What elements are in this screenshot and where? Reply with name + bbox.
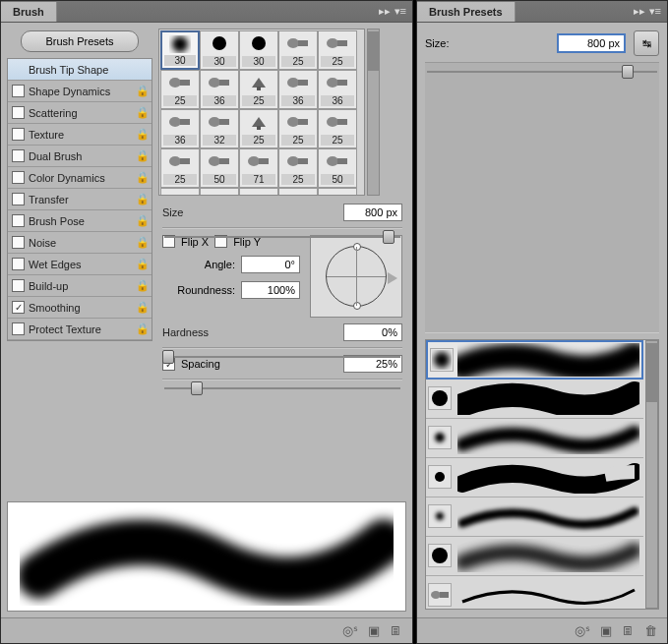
preset-item[interactable]	[426, 576, 643, 611]
option-checkbox[interactable]	[12, 258, 25, 270]
new-preset-icon[interactable]: ▣	[600, 623, 612, 638]
option-build-up[interactable]: Build-up🔒	[8, 275, 152, 297]
brush-thumb[interactable]: 25	[278, 109, 318, 148]
preset-size-input[interactable]	[557, 33, 626, 53]
option-checkbox[interactable]	[12, 301, 25, 314]
lock-icon[interactable]: 🔒	[136, 279, 148, 292]
brush-thumb[interactable]: 36	[200, 70, 239, 109]
option-dual-brush[interactable]: Dual Brush🔒	[8, 146, 152, 167]
brush-thumb[interactable]: 50	[318, 148, 357, 188]
menu-icon[interactable]: ▾≡	[395, 5, 406, 18]
lock-icon[interactable]: 🔒	[136, 258, 148, 270]
option-checkbox[interactable]	[12, 149, 25, 162]
option-smoothing[interactable]: Smoothing🔒	[8, 297, 152, 319]
lock-icon[interactable]: 🔒	[136, 171, 148, 184]
brush-thumb[interactable]: 25	[318, 109, 357, 148]
option-shape-dynamics[interactable]: Shape Dynamics🔒	[8, 81, 152, 102]
lock-icon[interactable]: 🔒	[136, 322, 148, 335]
option-brush-tip-shape[interactable]: Brush Tip Shape	[8, 59, 152, 81]
brush-thumb[interactable]: 50	[278, 188, 318, 196]
option-protect-texture[interactable]: Protect Texture🔒	[8, 319, 152, 340]
brush-thumb[interactable]: 30	[160, 30, 200, 70]
collapse-icon[interactable]: ▸▸	[379, 5, 391, 18]
svg-point-50	[432, 548, 448, 563]
brush-thumb[interactable]: 32	[200, 109, 239, 148]
lock-icon[interactable]: 🔒	[136, 85, 148, 97]
hardness-slider[interactable]	[162, 347, 402, 349]
trash-icon[interactable]: 🗑	[644, 623, 657, 638]
preset-scrollbar[interactable]	[645, 340, 658, 610]
preset-item[interactable]	[426, 498, 643, 537]
option-checkbox[interactable]	[12, 171, 25, 184]
lock-icon[interactable]: 🔒	[136, 128, 148, 141]
brush-thumb[interactable]: 25	[278, 30, 318, 70]
spacing-slider[interactable]	[162, 379, 402, 381]
option-noise[interactable]: Noise🔒	[8, 232, 152, 254]
toggle-preview-icon[interactable]: ◎ˢ	[575, 623, 590, 638]
option-transfer[interactable]: Transfer🔒	[8, 189, 152, 210]
brush-thumb[interactable]: 36	[318, 70, 357, 109]
option-checkbox[interactable]	[12, 106, 25, 119]
option-checkbox[interactable]	[12, 85, 25, 97]
size-slider[interactable]	[162, 227, 402, 229]
lock-icon[interactable]: 🔒	[136, 149, 148, 162]
option-checkbox[interactable]	[12, 322, 25, 335]
angle-wheel[interactable]	[310, 235, 402, 318]
preset-item[interactable]	[426, 537, 643, 576]
brush-thumb[interactable]: 50	[160, 188, 200, 196]
preset-item[interactable]	[426, 458, 643, 498]
brush-thumb[interactable]: 36	[160, 109, 200, 148]
new-preset-icon[interactable]: ▣	[368, 623, 380, 638]
brush-thumb[interactable]: 50	[200, 188, 239, 196]
brush-thumb[interactable]: 50	[239, 188, 278, 196]
svg-point-27	[209, 156, 220, 166]
option-color-dynamics[interactable]: Color Dynamics🔒	[8, 167, 152, 189]
brush-thumb[interactable]: 25	[160, 148, 200, 188]
preset-item[interactable]	[426, 380, 643, 419]
brush-thumb[interactable]: 50	[200, 148, 239, 188]
brush-thumb[interactable]: 36	[278, 70, 318, 109]
doc-icon[interactable]: 🗏	[622, 623, 635, 638]
menu-icon[interactable]: ▾≡	[649, 5, 661, 18]
roundness-input[interactable]	[241, 281, 300, 299]
brush-tab[interactable]: Brush	[1, 2, 57, 22]
brush-thumb[interactable]: 25	[160, 70, 200, 109]
presets-tab[interactable]: Brush Presets	[417, 2, 516, 22]
svg-point-16	[169, 117, 181, 127]
brush-thumb[interactable]: 25	[239, 109, 278, 148]
preset-item[interactable]	[426, 340, 643, 380]
angle-input[interactable]	[241, 256, 300, 273]
brush-thumb[interactable]: 30	[200, 30, 239, 70]
toggle-preview-icon[interactable]: ◎ˢ	[342, 623, 358, 638]
option-wet-edges[interactable]: Wet Edges🔒	[8, 254, 152, 275]
brush-thumb[interactable]: 36	[318, 188, 357, 196]
option-texture[interactable]: Texture🔒	[8, 124, 152, 146]
lock-icon[interactable]: 🔒	[136, 301, 148, 314]
svg-rect-20	[257, 126, 261, 130]
option-checkbox[interactable]	[12, 214, 25, 227]
brush-thumb[interactable]: 25	[278, 148, 318, 188]
preset-size-slider[interactable]	[425, 62, 659, 333]
lock-icon[interactable]: 🔒	[136, 193, 148, 205]
option-brush-pose[interactable]: Brush Pose🔒	[8, 210, 152, 232]
option-checkbox[interactable]	[12, 236, 25, 249]
toggle-brush-panel-icon[interactable]: ↹	[634, 30, 659, 56]
option-checkbox[interactable]	[12, 279, 25, 292]
collapse-icon[interactable]: ▸▸	[634, 5, 645, 18]
thumb-scrollbar[interactable]	[367, 29, 380, 196]
option-scattering[interactable]: Scattering🔒	[8, 102, 152, 124]
preset-item[interactable]	[426, 419, 643, 458]
brush-presets-button[interactable]: Brush Presets	[21, 30, 139, 52]
brush-thumb[interactable]: 30	[239, 30, 278, 70]
brush-thumb[interactable]: 25	[239, 70, 278, 109]
lock-icon[interactable]: 🔒	[136, 236, 148, 249]
option-checkbox[interactable]	[12, 193, 25, 205]
option-checkbox[interactable]	[12, 128, 25, 141]
brush-thumb[interactable]: 25	[318, 30, 357, 70]
lock-icon[interactable]: 🔒	[136, 106, 148, 119]
lock-icon[interactable]: 🔒	[136, 214, 148, 227]
doc-icon[interactable]: 🗏	[390, 623, 402, 638]
size-input[interactable]	[343, 204, 402, 221]
brush-thumb[interactable]: 71	[239, 148, 278, 188]
hardness-input[interactable]	[343, 323, 402, 341]
